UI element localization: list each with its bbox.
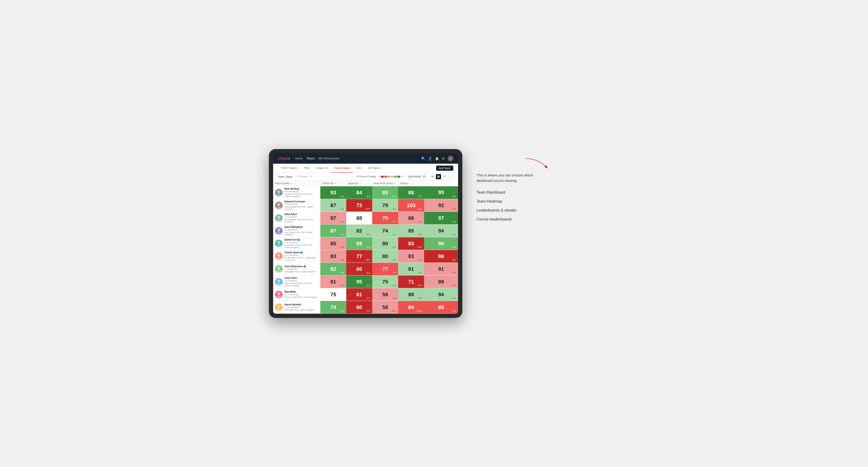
tab-team-clippd[interactable]: Team Clippd [331, 164, 353, 173]
score-change: 2▼ [418, 297, 422, 299]
score-change: 6▼ [418, 220, 422, 223]
sort-icon-ott[interactable]: ▾ [335, 182, 336, 185]
svg-point-17 [276, 295, 281, 299]
score-cell-pq: 874▲ [320, 224, 346, 237]
score-change: 3▲ [393, 246, 396, 248]
page-wrapper: clippd Home Teams My Performance 🔍 👤 🔔 ⚙… [269, 149, 599, 318]
player-name: David Ford [284, 239, 318, 241]
score-value: 91 [438, 266, 444, 272]
score-cell-app: 858▲ [372, 186, 398, 199]
last-rounds-btn[interactable]: Last Rounds: 20 [406, 174, 427, 179]
table-row[interactable]: Blair McHarg Plus Handicap Royal North D… [273, 186, 458, 199]
player-club: Craigmillar Park, United Kingdom [284, 271, 316, 273]
score-value: 75 [331, 291, 336, 298]
score-change: 6▼ [418, 259, 422, 261]
score-cell-atg: 10315▲ [398, 199, 424, 212]
score-cell-put: 941▲ [424, 224, 458, 237]
score-change: 3▲ [453, 297, 456, 299]
score-cell-put: 923▼ [424, 199, 458, 212]
svg-point-1 [276, 194, 281, 196]
sort-icon-app[interactable]: ▾ [360, 182, 361, 185]
player-name: Charlie Quick [284, 251, 318, 254]
score-change: 2▲ [393, 284, 396, 286]
table-row[interactable]: David Ford Plus Handicap Royal North Dev… [273, 237, 458, 250]
heatmap-view-button[interactable]: ▦ [436, 174, 441, 179]
add-team-button[interactable]: Add Team [436, 165, 453, 171]
tab-pgat-players[interactable]: PGAT Players [278, 164, 301, 173]
team-bar-right: 20 Round Change -5 +5 [356, 174, 453, 179]
player-handicap: 1-5 Handicap [284, 216, 318, 218]
svg-point-8 [277, 241, 280, 244]
player-cell: Dave Billingham 1-5 Handicap Gog Magog G… [273, 224, 320, 237]
bell-icon[interactable]: 🔔 [435, 157, 439, 160]
score-cell-pq: 748▲ [320, 301, 346, 314]
score-change: 1▼ [418, 195, 422, 197]
score-cell-app: 584▲ [372, 288, 398, 301]
score-change: 1▲ [393, 233, 396, 236]
list-view-button[interactable]: ☰ [442, 174, 447, 179]
score-value: 82 [331, 266, 336, 272]
sort-icon-atg[interactable]: ▾ [394, 182, 395, 185]
table-row[interactable]: Aaron Nicholls 11-15 Handicap Drift Golf… [273, 301, 458, 314]
table-row[interactable]: Edward Crossman 1-5 Handicap Sunningdale… [273, 199, 458, 212]
change-neg: -5 [378, 176, 380, 178]
player-name: Blair McHarg [284, 187, 318, 190]
nav-myperformance[interactable]: My Performance [318, 156, 339, 161]
grid-view-button[interactable]: ⊞ [430, 174, 435, 179]
score-value: 58 [382, 304, 388, 310]
score-change: 3▲ [453, 246, 456, 248]
score-change: 4▲ [393, 297, 396, 299]
table-row[interactable]: Charlie Quick 6-10 Handicap St. George's… [273, 250, 458, 263]
person-icon[interactable]: 👤 [428, 157, 432, 160]
score-change: 10▼ [417, 246, 422, 248]
avatar[interactable]: U [448, 156, 453, 161]
score-change: 8▲ [393, 195, 396, 197]
table-row[interactable]: Chris Robertson 1-5 Handicap Craigmillar… [273, 263, 458, 276]
annotation-list: Team Dashboard Team Heatmap Leaderboards… [476, 190, 552, 221]
nav-icons: 🔍 👤 🔔 ⚙ U [421, 156, 453, 161]
player-cell: Blair McHarg Plus Handicap Royal North D… [273, 186, 320, 199]
table-row[interactable]: Josh Coles 1-5 Handicap Royal North Devo… [273, 276, 458, 288]
nav-home[interactable]: Home [295, 156, 303, 161]
table-row[interactable]: Elliot Ebert 1-5 Handicap Sunningdale Go… [273, 212, 458, 224]
score-value: 83 [408, 253, 414, 259]
svg-point-9 [276, 244, 281, 247]
score-value: 60 [356, 304, 362, 310]
settings-icon[interactable]: ⚙ [442, 157, 445, 160]
score-change: 11▼ [417, 284, 422, 286]
search-icon[interactable]: 🔍 [421, 157, 425, 160]
sort-icon-put[interactable]: ▾ [409, 182, 410, 185]
edit-icon[interactable]: ✏ [310, 175, 313, 178]
score-cell-atg: 7111▼ [398, 276, 424, 288]
score-change: 1▲ [453, 233, 456, 236]
score-value: 84 [408, 304, 414, 310]
annotation-item-4: Course leaderboards [476, 217, 552, 221]
player-club: Royal North Devon Golf Club, United King… [284, 193, 318, 198]
table-row[interactable]: Matt Miller 6-10 Handicap Woburn Golf Cl… [273, 288, 458, 301]
tab-tour[interactable]: Tour [353, 164, 365, 173]
svg-point-4 [277, 216, 280, 219]
svg-point-0 [277, 190, 280, 193]
sort-icon[interactable]: ▾ [291, 182, 292, 185]
player-cell: Elliot Ebert 1-5 Handicap Sunningdale Go… [273, 212, 320, 224]
tab-hcaps[interactable]: Hcaps 1-5 [313, 164, 331, 173]
score-cell-put: 943▲ [424, 288, 458, 301]
tab-all-players[interactable]: All Players [365, 164, 384, 173]
score-value: 74 [331, 304, 336, 310]
player-avatar [275, 189, 283, 196]
verified-icon [300, 251, 303, 254]
score-value: 74 [382, 228, 388, 234]
player-cell: Charlie Quick 6-10 Handicap St. George's… [273, 250, 320, 263]
col-header-atg: Around the Green ▾ [372, 181, 398, 186]
download-button[interactable]: ↓ [448, 174, 453, 179]
score-change: 6▲ [367, 195, 370, 197]
change-pos: +5 [401, 176, 403, 178]
player-info: Dave Billingham 1-5 Handicap Gog Magog G… [284, 226, 318, 236]
nav-teams[interactable]: Teams [306, 156, 315, 161]
table-row[interactable]: Dave Billingham 1-5 Handicap Gog Magog G… [273, 224, 458, 237]
score-cell-pq: 873▼ [320, 212, 346, 224]
player-handicap: 1-5 Handicap [284, 268, 316, 270]
player-avatar [275, 201, 283, 209]
tab-pga[interactable]: PGA [301, 164, 313, 173]
score-value: 58 [382, 291, 388, 298]
